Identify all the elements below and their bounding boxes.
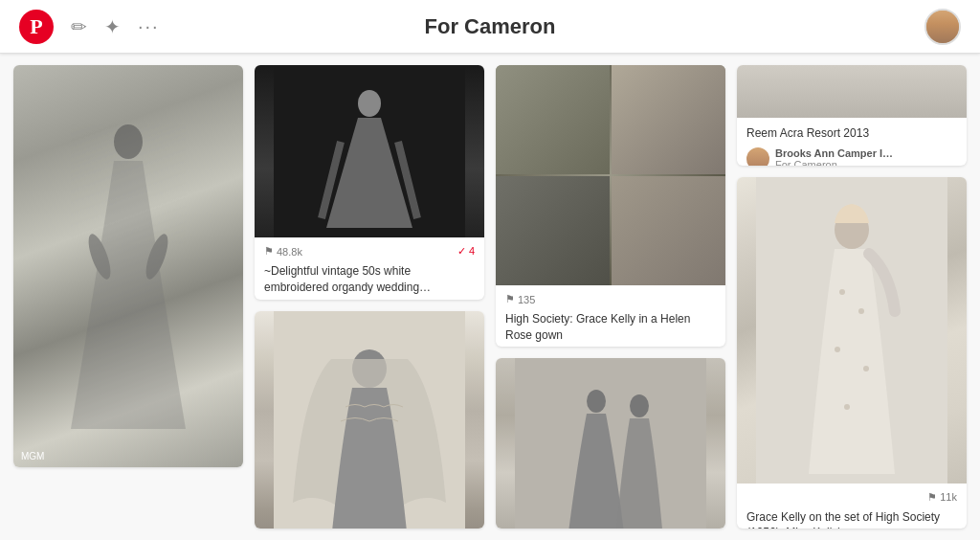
page-title: For Cameron — [425, 14, 556, 39]
pin-saves-grace-collage: ⚑ 135 — [505, 293, 535, 305]
image-placeholder-grace-scene — [496, 358, 725, 529]
pin-title-grace-set: Grace Kelly on the set of High Society (… — [746, 509, 957, 529]
main-content: MGM — [0, 54, 980, 540]
svg-point-0 — [114, 124, 143, 159]
pin-grace-veil[interactable] — [255, 311, 484, 529]
pin-user-reem-acra: Brooks Ann Camper I… For Cameron — [746, 147, 957, 166]
pin-check-vintage-wedding: ✓ 4 — [457, 245, 475, 258]
image-placeholder-grace-set — [737, 177, 967, 484]
pin-title-grace-collage: High Society: Grace Kelly in a Helen Ros… — [505, 311, 716, 344]
pin-image-reem-acra — [737, 65, 967, 118]
pin-title-vintage-wedding: ~Delightful vintage 50s white embroidere… — [264, 263, 475, 296]
header-right — [924, 9, 961, 45]
pin-meta-grace-set: ⚑ 11k — [746, 491, 957, 504]
column-0: MGM — [8, 65, 249, 529]
more-options-icon[interactable] — [138, 15, 160, 37]
edit-icon[interactable] — [71, 15, 87, 38]
pin-grace-scene[interactable] — [496, 358, 725, 529]
header-left: P — [19, 10, 160, 44]
mgm-label: MGM — [21, 451, 44, 461]
image-placeholder-grace-collage — [496, 65, 725, 285]
pin-info-grace-set: ⚑ 11k Grace Kelly on the set of High Soc… — [737, 484, 967, 529]
avatar-face — [926, 11, 959, 43]
pin-image-grace-set — [737, 177, 967, 484]
pin-image-grace-collage — [496, 65, 725, 285]
pinterest-logo[interactable]: P — [19, 10, 54, 44]
pin-saves-vintage-wedding: ⚑ 48.8k — [264, 245, 302, 258]
saves-count-set: 11k — [940, 491, 957, 503]
saves-count: 48.8k — [277, 246, 302, 258]
pin-reem-acra[interactable]: Reem Acra Resort 2013 Brooks Ann Camper … — [737, 65, 967, 166]
pin-grace-collage[interactable]: ⚑ 135 High Society: Grace Kelly in a Hel… — [496, 65, 725, 347]
saves-icon-collage: ⚑ — [505, 293, 515, 305]
pin-grace-dance[interactable]: MGM — [13, 65, 243, 467]
user-name-reem: Brooks Ann Camper I… — [775, 147, 893, 159]
pin-grace-set[interactable]: ⚑ 11k Grace Kelly on the set of High Soc… — [737, 177, 967, 529]
pin-image-grace-scene — [496, 358, 725, 529]
collage-cell-1 — [496, 65, 610, 174]
user-avatar[interactable] — [924, 9, 961, 45]
saves-icon: ⚑ — [264, 245, 274, 258]
collage-cell-2 — [612, 65, 725, 174]
column-1: ⚑ 48.8k ✓ 4 ~Delightful vintage 50s whit… — [249, 65, 490, 529]
pin-title-reem-acra: Reem Acra Resort 2013 — [746, 125, 957, 142]
pin-saves-grace-set: ⚑ 11k — [927, 491, 957, 504]
svg-point-13 — [858, 308, 864, 314]
svg-point-4 — [358, 90, 381, 117]
pin-meta-grace-collage: ⚑ 135 — [505, 293, 716, 305]
board-name-reem: For Cameron — [775, 159, 893, 166]
pin-vintage-wedding[interactable]: ⚑ 48.8k ✓ 4 ~Delightful vintage 50s whit… — [255, 65, 484, 300]
user-mini-avatar-reem — [746, 147, 769, 166]
check-count: 4 — [469, 245, 475, 257]
image-placeholder-reem-acra — [737, 65, 967, 118]
header: P For Cameron — [0, 0, 980, 54]
svg-point-9 — [630, 394, 649, 417]
column-3: Reem Acra Resort 2013 Brooks Ann Camper … — [731, 65, 972, 529]
svg-point-14 — [835, 347, 840, 352]
pin-info-reem-acra: Reem Acra Resort 2013 Brooks Ann Camper … — [737, 118, 967, 166]
pin-image-grace-veil — [255, 311, 484, 529]
image-placeholder-vintage-wedding — [255, 65, 484, 237]
pins-container: MGM — [0, 54, 980, 540]
image-placeholder-grace-dance: MGM — [13, 65, 243, 467]
pin-meta-vintage-wedding: ⚑ 48.8k ✓ 4 — [264, 245, 475, 258]
svg-point-15 — [863, 366, 869, 371]
user-info-reem: Brooks Ann Camper I… For Cameron — [775, 147, 893, 166]
pin-image-grace-dance: MGM — [13, 65, 243, 467]
pin-image-vintage-wedding — [255, 65, 484, 237]
image-placeholder-grace-veil — [255, 311, 484, 529]
svg-point-12 — [839, 289, 845, 295]
svg-point-16 — [844, 404, 850, 410]
pin-info-vintage-wedding: ⚑ 48.8k ✓ 4 ~Delightful vintage 50s whit… — [255, 237, 484, 300]
column-2: ⚑ 135 High Society: Grace Kelly in a Hel… — [490, 65, 731, 529]
saves-count-collage: 135 — [518, 294, 535, 305]
move-icon[interactable] — [104, 15, 121, 38]
saves-icon-set: ⚑ — [927, 491, 937, 504]
collage-cell-4 — [612, 176, 725, 285]
svg-point-8 — [587, 390, 606, 413]
pin-info-grace-collage: ⚑ 135 High Society: Grace Kelly in a Hel… — [496, 285, 725, 347]
collage-cell-3 — [496, 176, 610, 285]
